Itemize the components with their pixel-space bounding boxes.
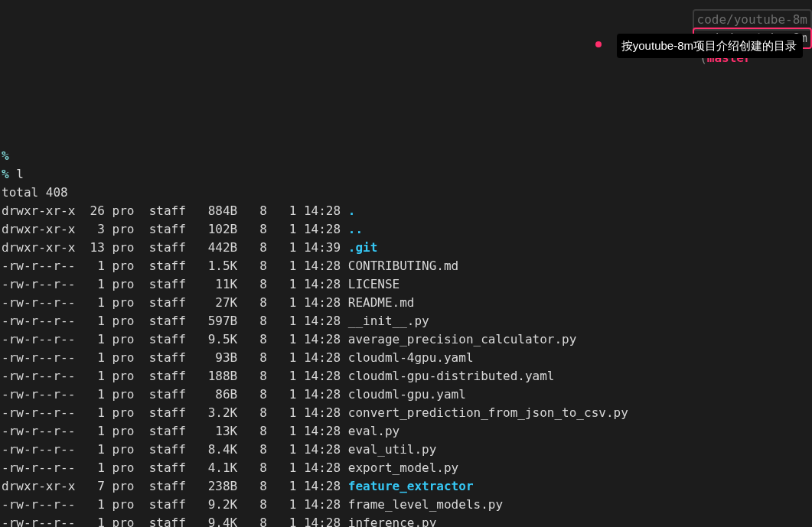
permissions: drwxr-xr-x bbox=[2, 203, 75, 218]
permissions: drwxr-xr-x bbox=[2, 240, 75, 255]
file-name: cloudml-4gpu.yaml bbox=[348, 350, 474, 365]
ls-row: -rw-r--r-- 1 pro staff 9.5K 8 1 14:28 av… bbox=[2, 332, 576, 346]
file-name: feature_extractor bbox=[348, 479, 474, 493]
file-name: average_precision_calculator.py bbox=[348, 332, 577, 346]
file-name: eval_util.py bbox=[348, 442, 437, 457]
terminal-viewport[interactable]: code/youtube-8m (master code/youtube-8m … bbox=[0, 0, 812, 527]
ls-row: -rw-r--r-- 1 pro staff 27K 8 1 14:28 REA… bbox=[2, 295, 414, 310]
ls-row: -rw-r--r-- 1 pro staff 3.2K 8 1 14:28 co… bbox=[2, 405, 628, 420]
file-name: .git bbox=[348, 240, 378, 255]
ls-row: -rw-r--r-- 1 pro staff 4.1K 8 1 14:28 ex… bbox=[2, 460, 458, 475]
callout-text: 按youtube-8m项目介绍创建的目录 bbox=[621, 37, 797, 55]
permissions: -rw-r--r-- bbox=[2, 295, 75, 310]
ls-row: -rw-r--r-- 1 pro staff 9.2K 8 1 14:28 fr… bbox=[2, 497, 503, 512]
file-name: __init__.py bbox=[348, 314, 429, 328]
ls-row: -rw-r--r-- 1 pro staff 9.4K 8 1 14:28 in… bbox=[2, 516, 436, 527]
prompt-symbol: % bbox=[2, 167, 9, 181]
permissions: -rw-r--r-- bbox=[2, 332, 75, 346]
file-name: cloudml-gpu-distributed.yaml bbox=[348, 369, 555, 383]
file-name: .. bbox=[348, 222, 363, 236]
total-line: total 408 bbox=[2, 185, 68, 200]
file-name: . bbox=[348, 203, 356, 218]
file-name: frame_level_models.py bbox=[348, 497, 503, 512]
ls-row: -rw-r--r-- 1 pro staff 1.5K 8 1 14:28 CO… bbox=[2, 259, 458, 273]
permissions: -rw-r--r-- bbox=[2, 277, 75, 291]
ls-row: -rw-r--r-- 1 pro staff 8.4K 8 1 14:28 ev… bbox=[2, 442, 436, 457]
permissions: drwxr-xr-x bbox=[2, 479, 75, 493]
permissions: drwxr-xr-x bbox=[2, 222, 75, 236]
ls-row: drwxr-xr-x 26 pro staff 884B 8 1 14:28 . bbox=[2, 203, 355, 218]
file-name: eval.py bbox=[348, 424, 399, 438]
file-name: LICENSE bbox=[348, 277, 399, 291]
ls-row: -rw-r--r-- 1 pro staff 93B 8 1 14:28 clo… bbox=[2, 350, 474, 365]
ls-row: -rw-r--r-- 1 pro staff 11K 8 1 14:28 LIC… bbox=[2, 277, 399, 291]
permissions: -rw-r--r-- bbox=[2, 460, 75, 475]
ls-row: drwxr-xr-x 7 pro staff 238B 8 1 14:28 fe… bbox=[2, 479, 474, 493]
file-name: README.md bbox=[348, 295, 415, 310]
file-name: CONTRIBUTING.md bbox=[348, 259, 459, 273]
ls-row: drwxr-xr-x 13 pro staff 442B 8 1 14:39 .… bbox=[2, 240, 377, 255]
file-name: inference.py bbox=[348, 516, 437, 527]
permissions: -rw-r--r-- bbox=[2, 314, 75, 328]
permissions: -rw-r--r-- bbox=[2, 369, 75, 383]
ls-row: -rw-r--r-- 1 pro staff 86B 8 1 14:28 clo… bbox=[2, 387, 466, 402]
permissions: -rw-r--r-- bbox=[2, 497, 75, 512]
ls-row: -rw-r--r-- 1 pro staff 13K 8 1 14:28 eva… bbox=[2, 424, 399, 438]
permissions: -rw-r--r-- bbox=[2, 259, 75, 273]
permissions: -rw-r--r-- bbox=[2, 442, 75, 457]
file-name: export_model.py bbox=[348, 460, 459, 475]
prev-prompt-symbol: % bbox=[2, 148, 9, 163]
permissions: -rw-r--r-- bbox=[2, 387, 75, 402]
permissions: -rw-r--r-- bbox=[2, 350, 75, 365]
permissions: -rw-r--r-- bbox=[2, 424, 75, 438]
permissions: -rw-r--r-- bbox=[2, 405, 75, 420]
permissions: -rw-r--r-- bbox=[2, 516, 75, 527]
ls-row: drwxr-xr-x 3 pro staff 102B 8 1 14:28 .. bbox=[2, 222, 363, 236]
annotation-callout: 按youtube-8m项目介绍创建的目录 bbox=[617, 34, 803, 58]
ls-row: -rw-r--r-- 1 pro staff 597B 8 1 14:28 __… bbox=[2, 314, 429, 328]
file-name: cloudml-gpu.yaml bbox=[348, 387, 466, 402]
file-name: convert_prediction_from_json_to_csv.py bbox=[348, 405, 628, 420]
callout-dot-icon bbox=[595, 41, 602, 47]
ls-row: -rw-r--r-- 1 pro staff 188B 8 1 14:28 cl… bbox=[2, 369, 554, 383]
command-input[interactable]: l bbox=[16, 167, 24, 181]
